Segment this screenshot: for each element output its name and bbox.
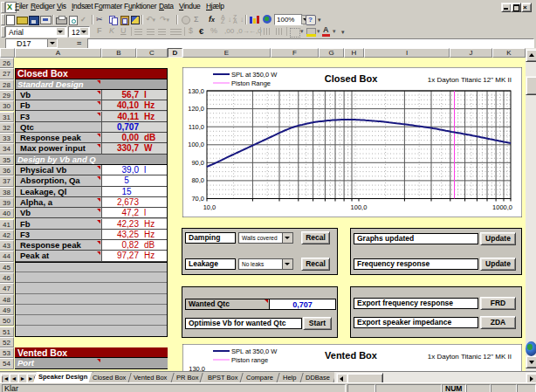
svg-text:Piston Range: Piston Range	[231, 79, 271, 87]
svg-text:120,0: 120,0	[188, 105, 204, 113]
svg-text:10,0: 10,0	[203, 203, 216, 211]
svg-text:Closed Box: Closed Box	[325, 73, 378, 84]
svg-text:1x Dayton Titanic 12" MK II: 1x Dayton Titanic 12" MK II	[428, 76, 512, 84]
svg-text:Vented Box: Vented Box	[325, 350, 378, 361]
svg-text:80,0: 80,0	[191, 176, 204, 184]
svg-text:70,0: 70,0	[191, 195, 204, 203]
svg-text:100,0: 100,0	[188, 141, 204, 148]
svg-text:1000,0: 1000,0	[492, 203, 512, 211]
svg-text:110,0: 110,0	[189, 123, 204, 131]
svg-text:Piston range: Piston range	[231, 356, 268, 364]
svg-text:100,0: 100,0	[351, 203, 368, 211]
svg-text:SPL at 350,0 W: SPL at 350,0 W	[231, 347, 278, 355]
svg-text:SPL at 350,0 W: SPL at 350,0 W	[231, 71, 278, 79]
svg-text:130,0: 130,0	[189, 365, 205, 371]
svg-text:130,0: 130,0	[188, 87, 204, 95]
svg-text:1x Dayton Titanic 12" MK II: 1x Dayton Titanic 12" MK II	[428, 353, 512, 361]
svg-text:90,0: 90,0	[191, 159, 204, 167]
